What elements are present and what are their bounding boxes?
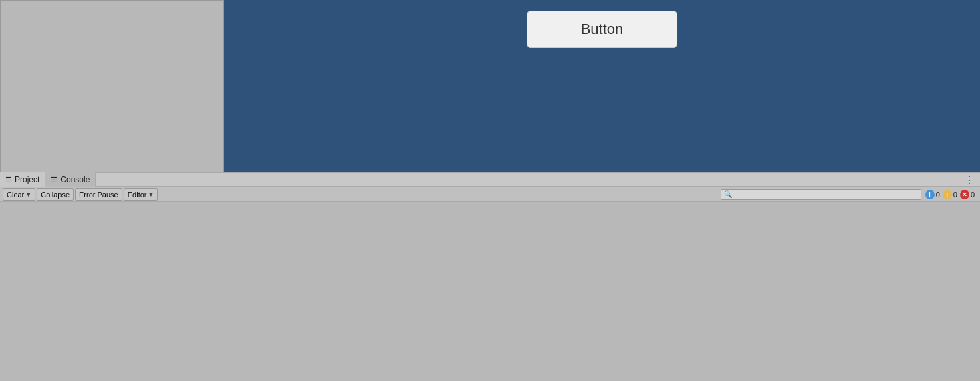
clear-label: Clear	[7, 190, 24, 199]
warn-badge[interactable]: ! 0	[943, 190, 957, 199]
error-icon: ✕	[960, 190, 969, 199]
console-toolbar: Clear ▼ Collapse Error Pause Editor ▼ 🔍 …	[0, 187, 980, 202]
collapse-label: Collapse	[41, 190, 70, 199]
error-pause-label: Error Pause	[79, 190, 118, 199]
left-panel	[0, 0, 224, 172]
console-tab-icon: ☰	[51, 176, 57, 184]
editor-button[interactable]: Editor ▼	[124, 188, 158, 201]
scene-view: Button	[224, 0, 980, 172]
top-area: Button	[0, 0, 980, 172]
info-badge[interactable]: i 0	[925, 190, 940, 199]
tab-console[interactable]: ☰ Console	[45, 172, 96, 187]
editor-dropdown-arrow: ▼	[148, 191, 154, 198]
badge-group: i 0 ! 0 ✕ 0	[923, 190, 977, 199]
console-body	[0, 202, 980, 381]
info-count: 0	[936, 190, 940, 199]
tab-project[interactable]: ☰ Project	[0, 172, 45, 187]
game-ui-button[interactable]: Button	[527, 11, 678, 48]
search-icon: 🔍	[724, 190, 732, 198]
tab-bar: ☰ Project ☰ Console ⋮	[0, 172, 980, 187]
clear-button[interactable]: Clear ▼	[3, 188, 35, 201]
warn-count: 0	[953, 190, 957, 199]
project-tab-icon: ☰	[5, 176, 12, 184]
warn-icon: !	[943, 190, 952, 199]
search-input[interactable]	[735, 190, 918, 199]
clear-dropdown-arrow: ▼	[25, 191, 31, 198]
more-options-icon[interactable]: ⋮	[959, 174, 980, 186]
error-pause-button[interactable]: Error Pause	[75, 188, 122, 201]
project-tab-label: Project	[15, 175, 39, 184]
editor-label: Editor	[128, 190, 147, 199]
error-badge[interactable]: ✕ 0	[960, 190, 975, 199]
console-tab-label: Console	[60, 175, 90, 184]
info-icon: i	[925, 190, 935, 199]
search-box: 🔍	[721, 189, 921, 200]
error-count: 0	[971, 190, 975, 199]
collapse-button[interactable]: Collapse	[37, 188, 74, 201]
